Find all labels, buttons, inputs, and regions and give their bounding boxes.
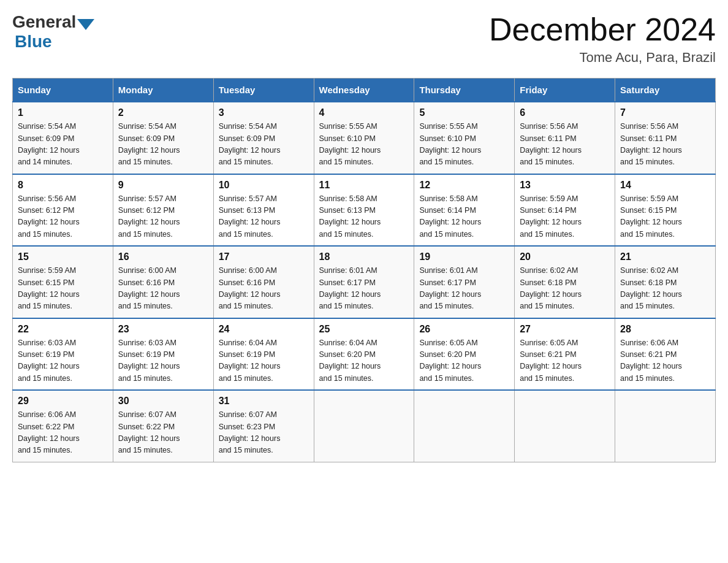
day-number: 19 — [419, 251, 509, 262]
table-row: 24 Sunrise: 6:04 AMSunset: 6:19 PMDaylig… — [213, 318, 314, 391]
day-info: Sunrise: 6:06 AMSunset: 6:21 PMDaylight:… — [620, 337, 710, 385]
day-number: 3 — [219, 107, 309, 118]
day-number: 28 — [620, 324, 710, 335]
day-number: 6 — [520, 107, 610, 118]
day-number: 1 — [18, 107, 108, 118]
table-row: 4 Sunrise: 5:55 AMSunset: 6:10 PMDayligh… — [314, 102, 414, 174]
day-info: Sunrise: 6:04 AMSunset: 6:20 PMDaylight:… — [319, 337, 409, 385]
logo: General Blue — [12, 12, 96, 52]
day-info: Sunrise: 6:01 AMSunset: 6:17 PMDaylight:… — [419, 265, 509, 313]
day-info: Sunrise: 5:56 AMSunset: 6:11 PMDaylight:… — [520, 121, 610, 169]
day-info: Sunrise: 6:04 AMSunset: 6:19 PMDaylight:… — [219, 337, 309, 385]
calendar-week-row: 15 Sunrise: 5:59 AMSunset: 6:15 PMDaylig… — [13, 246, 716, 318]
day-info: Sunrise: 6:03 AMSunset: 6:19 PMDaylight:… — [18, 337, 108, 385]
subtitle: Tome Acu, Para, Brazil — [489, 50, 716, 66]
day-number: 21 — [620, 251, 710, 262]
table-row: 31 Sunrise: 6:07 AMSunset: 6:23 PMDaylig… — [213, 390, 314, 462]
day-number: 16 — [118, 251, 208, 262]
calendar-table: Sunday Monday Tuesday Wednesday Thursday… — [12, 78, 716, 462]
table-row: 8 Sunrise: 5:56 AMSunset: 6:12 PMDayligh… — [13, 174, 113, 247]
table-row: 28 Sunrise: 6:06 AMSunset: 6:21 PMDaylig… — [615, 318, 716, 391]
day-number: 4 — [319, 107, 409, 118]
day-info: Sunrise: 6:00 AMSunset: 6:16 PMDaylight:… — [118, 265, 208, 313]
table-row: 11 Sunrise: 5:58 AMSunset: 6:13 PMDaylig… — [314, 174, 414, 247]
day-number: 23 — [118, 324, 208, 335]
col-thursday: Thursday — [414, 79, 515, 102]
day-number: 8 — [18, 180, 108, 191]
day-number: 10 — [219, 180, 309, 191]
table-row: 3 Sunrise: 5:54 AMSunset: 6:09 PMDayligh… — [213, 102, 314, 174]
calendar-week-row: 1 Sunrise: 5:54 AMSunset: 6:09 PMDayligh… — [13, 102, 716, 174]
col-sunday: Sunday — [13, 79, 113, 102]
table-row — [414, 390, 515, 462]
table-row: 30 Sunrise: 6:07 AMSunset: 6:22 PMDaylig… — [113, 390, 213, 462]
table-row — [515, 390, 615, 462]
table-row: 25 Sunrise: 6:04 AMSunset: 6:20 PMDaylig… — [314, 318, 414, 391]
day-number: 7 — [620, 107, 710, 118]
day-number: 2 — [118, 107, 208, 118]
day-info: Sunrise: 5:54 AMSunset: 6:09 PMDaylight:… — [18, 121, 108, 169]
day-info: Sunrise: 6:00 AMSunset: 6:16 PMDaylight:… — [219, 265, 309, 313]
logo-blue-text: Blue — [15, 32, 52, 51]
day-info: Sunrise: 5:59 AMSunset: 6:14 PMDaylight:… — [520, 193, 610, 241]
day-number: 24 — [219, 324, 309, 335]
day-number: 9 — [118, 180, 208, 191]
day-info: Sunrise: 6:03 AMSunset: 6:19 PMDaylight:… — [118, 337, 208, 385]
day-info: Sunrise: 6:05 AMSunset: 6:21 PMDaylight:… — [520, 337, 610, 385]
day-number: 14 — [620, 180, 710, 191]
calendar-week-row: 29 Sunrise: 6:06 AMSunset: 6:22 PMDaylig… — [13, 390, 716, 462]
day-info: Sunrise: 5:54 AMSunset: 6:09 PMDaylight:… — [118, 121, 208, 169]
table-row: 22 Sunrise: 6:03 AMSunset: 6:19 PMDaylig… — [13, 318, 113, 391]
calendar-week-row: 8 Sunrise: 5:56 AMSunset: 6:12 PMDayligh… — [13, 174, 716, 247]
day-info: Sunrise: 6:02 AMSunset: 6:18 PMDaylight:… — [620, 265, 710, 313]
day-number: 5 — [419, 107, 509, 118]
table-row: 17 Sunrise: 6:00 AMSunset: 6:16 PMDaylig… — [213, 246, 314, 318]
day-info: Sunrise: 5:59 AMSunset: 6:15 PMDaylight:… — [18, 265, 108, 313]
day-info: Sunrise: 6:01 AMSunset: 6:17 PMDaylight:… — [319, 265, 409, 313]
table-row: 13 Sunrise: 5:59 AMSunset: 6:14 PMDaylig… — [515, 174, 615, 247]
table-row: 16 Sunrise: 6:00 AMSunset: 6:16 PMDaylig… — [113, 246, 213, 318]
day-info: Sunrise: 5:57 AMSunset: 6:13 PMDaylight:… — [219, 193, 309, 241]
day-number: 12 — [419, 180, 509, 191]
page-header: General Blue December 2024 Tome Acu, Par… — [12, 12, 716, 66]
calendar-header-row: Sunday Monday Tuesday Wednesday Thursday… — [13, 79, 716, 102]
table-row: 9 Sunrise: 5:57 AMSunset: 6:12 PMDayligh… — [113, 174, 213, 247]
table-row: 20 Sunrise: 6:02 AMSunset: 6:18 PMDaylig… — [515, 246, 615, 318]
table-row: 21 Sunrise: 6:02 AMSunset: 6:18 PMDaylig… — [615, 246, 716, 318]
col-tuesday: Tuesday — [213, 79, 314, 102]
day-number: 25 — [319, 324, 409, 335]
logo-general-text: General — [12, 12, 76, 32]
title-section: December 2024 Tome Acu, Para, Brazil — [489, 12, 716, 66]
table-row: 5 Sunrise: 5:55 AMSunset: 6:10 PMDayligh… — [414, 102, 515, 174]
day-number: 30 — [118, 396, 208, 407]
col-friday: Friday — [515, 79, 615, 102]
logo-triangle-icon — [77, 19, 94, 30]
calendar-week-row: 22 Sunrise: 6:03 AMSunset: 6:19 PMDaylig… — [13, 318, 716, 391]
day-info: Sunrise: 5:55 AMSunset: 6:10 PMDaylight:… — [419, 121, 509, 169]
day-info: Sunrise: 5:54 AMSunset: 6:09 PMDaylight:… — [219, 121, 309, 169]
table-row: 12 Sunrise: 5:58 AMSunset: 6:14 PMDaylig… — [414, 174, 515, 247]
day-number: 26 — [419, 324, 509, 335]
day-info: Sunrise: 5:57 AMSunset: 6:12 PMDaylight:… — [118, 193, 208, 241]
day-info: Sunrise: 5:56 AMSunset: 6:12 PMDaylight:… — [18, 193, 108, 241]
day-info: Sunrise: 6:02 AMSunset: 6:18 PMDaylight:… — [520, 265, 610, 313]
table-row: 18 Sunrise: 6:01 AMSunset: 6:17 PMDaylig… — [314, 246, 414, 318]
table-row — [314, 390, 414, 462]
day-info: Sunrise: 6:06 AMSunset: 6:22 PMDaylight:… — [18, 409, 108, 457]
table-row: 15 Sunrise: 5:59 AMSunset: 6:15 PMDaylig… — [13, 246, 113, 318]
day-info: Sunrise: 5:58 AMSunset: 6:14 PMDaylight:… — [419, 193, 509, 241]
table-row: 29 Sunrise: 6:06 AMSunset: 6:22 PMDaylig… — [13, 390, 113, 462]
col-saturday: Saturday — [615, 79, 716, 102]
day-number: 29 — [18, 396, 108, 407]
day-number: 20 — [520, 251, 610, 262]
day-number: 17 — [219, 251, 309, 262]
table-row: 26 Sunrise: 6:05 AMSunset: 6:20 PMDaylig… — [414, 318, 515, 391]
table-row — [615, 390, 716, 462]
day-info: Sunrise: 5:58 AMSunset: 6:13 PMDaylight:… — [319, 193, 409, 241]
day-number: 18 — [319, 251, 409, 262]
table-row: 6 Sunrise: 5:56 AMSunset: 6:11 PMDayligh… — [515, 102, 615, 174]
table-row: 27 Sunrise: 6:05 AMSunset: 6:21 PMDaylig… — [515, 318, 615, 391]
day-info: Sunrise: 5:59 AMSunset: 6:15 PMDaylight:… — [620, 193, 710, 241]
day-number: 27 — [520, 324, 610, 335]
table-row: 19 Sunrise: 6:01 AMSunset: 6:17 PMDaylig… — [414, 246, 515, 318]
